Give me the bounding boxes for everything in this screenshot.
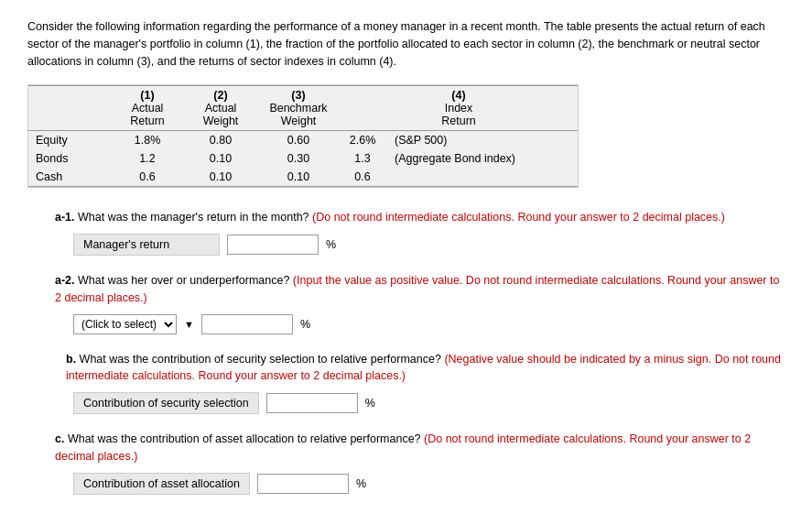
- q-c-answer-row: Contribution of asset allocation %: [73, 473, 785, 495]
- q-a1-answer-row: Manager's return %: [73, 234, 785, 256]
- bonds-actual-weight: 0.10: [184, 149, 257, 168]
- asset-allocation-label: Contribution of asset allocation: [73, 473, 250, 495]
- equity-index-pct: 2.6%: [340, 131, 385, 150]
- q-c-text: c. What was the contribution of asset al…: [55, 431, 785, 465]
- col3-num: (3): [266, 89, 330, 102]
- col4-line1: Index: [349, 102, 568, 115]
- security-selection-label: Contribution of security selection: [73, 392, 259, 414]
- col1-line2: Return: [120, 115, 175, 127]
- equity-actual-return: 1.8%: [111, 131, 184, 150]
- cash-actual-return: 0.6: [111, 168, 184, 187]
- data-table: (1) Actual Return (2) Actual Weight (3) …: [27, 84, 579, 188]
- dropdown-arrow-indicator: ▼: [184, 319, 194, 330]
- bonds-index-name: (Aggregate Bond index): [385, 149, 578, 168]
- intro-paragraph: Consider the following information regar…: [27, 18, 778, 70]
- cash-benchmark-weight: 0.10: [257, 168, 340, 187]
- row-label-bonds: Bonds: [28, 149, 111, 168]
- q-b-text: b. What was the contribution of security…: [66, 351, 785, 386]
- managers-return-input[interactable]: [227, 235, 319, 255]
- col3-line2: Weight: [266, 115, 330, 127]
- bonds-actual-return: 1.2: [111, 149, 184, 168]
- q-a2-text: a-2. What was her over or underperforman…: [55, 272, 785, 307]
- question-b: b. What was the contribution of security…: [27, 351, 785, 415]
- c-percent: %: [356, 477, 366, 490]
- a1-percent: %: [326, 238, 336, 251]
- col1-line1: Actual: [120, 102, 175, 115]
- table-row: Cash 0.6 0.10 0.10 0.6: [28, 168, 578, 187]
- table-row: Bonds 1.2 0.10 0.30 1.3 (Aggregate Bond …: [28, 149, 578, 168]
- col2-line2: Weight: [193, 115, 248, 127]
- row-label-cash: Cash: [28, 168, 111, 187]
- row-label-equity: Equity: [28, 131, 111, 150]
- a2-percent: %: [300, 318, 310, 331]
- cash-index-name: [385, 168, 578, 187]
- over-under-dropdown[interactable]: (Click to select) Over Under: [73, 314, 177, 334]
- b-percent: %: [365, 397, 375, 410]
- col4-line2: Return: [349, 115, 568, 127]
- bonds-benchmark-weight: 0.30: [257, 149, 340, 168]
- equity-index-name: (S&P 500): [385, 131, 578, 150]
- question-a2: a-2. What was her over or underperforman…: [27, 272, 785, 334]
- col4-num: (4): [349, 89, 568, 102]
- q-b-answer-row: Contribution of security selection %: [73, 392, 785, 414]
- col1-num: (1): [120, 89, 175, 102]
- col3-line1: Benchmark: [266, 102, 330, 115]
- col2-line1: Actual: [193, 102, 248, 115]
- q-a1-text: a-1. What was the manager's return in th…: [55, 209, 785, 226]
- question-c: c. What was the contribution of asset al…: [27, 431, 785, 495]
- table-row: Equity 1.8% 0.80 0.60 2.6% (S&P 500): [28, 131, 578, 150]
- q-a2-answer-row: (Click to select) Over Under ▼ %: [73, 314, 785, 334]
- asset-allocation-input[interactable]: [257, 474, 349, 494]
- bonds-index-pct: 1.3: [340, 149, 385, 168]
- equity-actual-weight: 0.80: [184, 131, 257, 150]
- cash-index-pct: 0.6: [340, 168, 385, 187]
- question-a1: a-1. What was the manager's return in th…: [27, 209, 785, 256]
- managers-return-label: Manager's return: [73, 234, 220, 256]
- equity-benchmark-weight: 0.60: [257, 131, 340, 150]
- col2-num: (2): [193, 89, 248, 102]
- cash-actual-weight: 0.10: [184, 168, 257, 187]
- over-under-input[interactable]: [201, 314, 293, 334]
- security-selection-input[interactable]: [266, 393, 358, 413]
